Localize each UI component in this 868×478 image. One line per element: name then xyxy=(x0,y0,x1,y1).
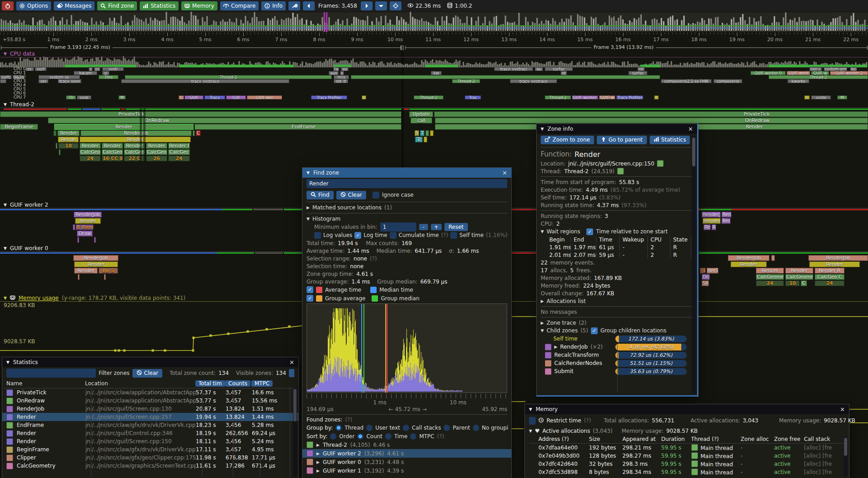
zone-info-scrollbar[interactable] xyxy=(692,136,696,393)
zone-search-input[interactable]: Render xyxy=(307,179,507,188)
found-zone-group[interactable]: ▶GUIF worker 1(3,192)4.39 s xyxy=(302,466,511,475)
filter-zones-input[interactable] xyxy=(6,369,96,378)
matched-source-locations[interactable]: ▶ Matched source locations (1) xyxy=(302,204,511,212)
memory-column-call-stack[interactable]: Call stack xyxy=(804,436,849,442)
find-button[interactable]: Find xyxy=(307,191,334,199)
memory-allocation-row[interactable]: 0x7dfc53d8988 bytes298.34 ms59.95 sMain … xyxy=(525,468,849,476)
group-by-radio-call-stacks[interactable] xyxy=(403,425,409,431)
sort-by-radio-count[interactable] xyxy=(357,433,363,440)
memory-allocation-row[interactable]: 0x7dfc42d64032 bytes298.3 ms59.95 sMain … xyxy=(525,460,849,468)
group-by-radio-parent[interactable] xyxy=(443,425,450,431)
active-allocations-toggle[interactable]: ▼ ♥ Active allocations (3,043) Memory us… xyxy=(525,427,849,435)
column-header-total-time[interactable]: Total tim xyxy=(195,380,225,387)
clipped-button[interactable] xyxy=(289,369,294,377)
group-by-radio-thread[interactable] xyxy=(335,425,342,431)
statistics-row[interactable]: BeginFramejni/../jni/src/claw/gfx/drv/vk… xyxy=(2,445,298,454)
collapse-arrow-icon[interactable]: ▼ xyxy=(529,407,532,412)
thread-swatch[interactable] xyxy=(617,168,624,175)
sort-by-radio-time[interactable] xyxy=(385,433,392,440)
memory-column-thread[interactable]: Thread (?) xyxy=(691,436,741,442)
statistics-panel-titlebar[interactable]: ▼ Statistics ✕ xyxy=(2,357,298,367)
statistics-row[interactable]: Renderjni/../jni/src/guif/Control.cpp:34… xyxy=(2,429,298,437)
histogram-section-header[interactable]: ▼ Histogram xyxy=(302,215,511,223)
child-zones-toggle[interactable]: ▼Child zones (5) ✓ Group children locati… xyxy=(537,327,697,335)
cell-loc: jni/../jni/src/claw/application/Abstract… xyxy=(85,389,196,396)
self-time-checkbox[interactable] xyxy=(450,232,457,239)
allocations-list-toggle[interactable]: ▶Allocations list xyxy=(537,297,697,305)
memory-column-size[interactable]: Size xyxy=(589,436,623,442)
restrict-time-checkbox[interactable] xyxy=(529,417,536,425)
source-swatch[interactable] xyxy=(657,160,664,167)
zone-statistics-button[interactable]: Statistics xyxy=(650,136,690,144)
memory-allocation-row[interactable]: 0x7e049b3d00128 bytes298.27 ms59.95 sMai… xyxy=(525,452,849,460)
clear-button[interactable]: Clear xyxy=(336,191,366,199)
memory-column-address[interactable]: Address (?) xyxy=(538,436,589,442)
cumulate-time-checkbox[interactable] xyxy=(390,232,396,239)
memory-column-zone-free[interactable]: Zone free xyxy=(774,436,804,442)
statistics-row[interactable]: Clipperjni/../jni/src/claw/gfx/geo/Clipp… xyxy=(2,454,298,462)
memory-panel-titlebar[interactable]: ▼ Memory ✕ xyxy=(525,404,849,414)
close-icon[interactable]: ✕ xyxy=(688,126,693,133)
memory-column-zone-alloc[interactable]: Zone alloc xyxy=(741,436,774,442)
collapse-arrow-icon[interactable]: ▼ xyxy=(541,127,544,131)
found-zone-group[interactable]: ▶GUIF worker 0(3,231)4.48 s xyxy=(302,458,511,466)
statistics-row[interactable]: RenderJobjni/../jni/src/guif/Screen.cpp:… xyxy=(2,405,298,413)
ignore-case-checkbox[interactable] xyxy=(373,192,379,199)
wait-region-row[interactable]: 2.01 ms2.07 ms59 µs-2R xyxy=(537,251,697,259)
zoom-to-zone-button[interactable]: Zoom to zone xyxy=(541,136,594,144)
find-zone-titlebar[interactable]: ▼ Find zone ✕ xyxy=(302,168,511,178)
find-zone-panel: ▼ Find zone ✕ Render Find Clear Ignore c… xyxy=(302,167,512,478)
decrease-bin-button[interactable]: - xyxy=(419,224,428,230)
relative-time-checkbox[interactable]: ✓ xyxy=(586,228,593,235)
memory-panel: ▼ Memory ✕ Restrict time (?) Total alloc… xyxy=(524,404,849,478)
found-zone-group[interactable]: ▶GUIF worker 2(3,296)4.61 s xyxy=(302,449,511,458)
reset-button[interactable]: Reset xyxy=(444,223,468,231)
memory-allocation-row[interactable]: 0x7dfaa64e00192 bytes298.21 ms59.95 sMai… xyxy=(525,444,849,452)
sort-by-radio-mtpc[interactable] xyxy=(410,433,416,440)
column-header-name[interactable]: Name xyxy=(6,380,85,387)
statistics-row[interactable]: Renderjni/../jni/src/guif/Screen.cpp:150… xyxy=(2,437,298,445)
min-values-input[interactable]: 1 xyxy=(380,222,416,232)
wait-region-row[interactable]: 1.91 ms1.97 ms61 µs-2R xyxy=(537,243,697,251)
group-marker-checkbox[interactable]: ✓ xyxy=(307,295,313,302)
column-header-counts[interactable]: Counts xyxy=(225,380,250,387)
sort-by-radio-order[interactable] xyxy=(330,433,336,440)
collapse-arrow-icon[interactable]: ▼ xyxy=(6,360,9,364)
zone-trace-toggle[interactable]: ▶Zone trace(2) xyxy=(537,319,697,327)
find-zone-histogram[interactable] xyxy=(307,303,507,393)
zone-info-titlebar[interactable]: ▼ Zone info ✕ xyxy=(537,124,697,134)
cell-counts: 3,457 xyxy=(226,389,252,396)
group-by-radio-user-text[interactable] xyxy=(366,425,373,431)
statistics-panel: ▼ Statistics ✕ Filter zones Clear Total … xyxy=(2,357,299,478)
statistics-row[interactable]: EndFramejni/../jni/src/claw/gfx/drv/vk/D… xyxy=(2,421,298,429)
wait-regions-header[interactable]: ▼Wait regions ✓ Time relative to zone st… xyxy=(537,227,697,236)
statistics-row[interactable]: PrivateTickjni/../jni/src/claw/applicati… xyxy=(2,388,298,397)
column-header-location[interactable]: Location xyxy=(85,380,195,387)
close-icon[interactable]: ✕ xyxy=(840,406,845,413)
statistics-row[interactable]: Renderjni/../jni/src/guif/Screen.cpp:257… xyxy=(2,413,298,421)
cell-mtpc: 1.51 ms xyxy=(252,406,281,412)
child-zone-row[interactable]: Self time172.14 us (3.83%) xyxy=(537,335,697,343)
memory-column-duration[interactable]: Duration xyxy=(661,436,691,442)
avg-marker-checkbox[interactable]: ✓ xyxy=(307,286,313,293)
histogram-axis xyxy=(302,394,511,399)
statistics-scrollbar[interactable] xyxy=(293,388,297,477)
close-icon[interactable]: ✕ xyxy=(502,170,507,176)
increase-bin-button[interactable]: + xyxy=(431,224,442,230)
go-to-parent-button[interactable]: Go to parent xyxy=(597,136,647,144)
collapse-arrow-icon[interactable]: ▼ xyxy=(307,170,310,175)
memory-scrollbar[interactable] xyxy=(844,437,848,477)
group-children-checkbox[interactable]: ✓ xyxy=(591,327,598,334)
clear-filter-button[interactable]: Clear xyxy=(132,369,162,378)
ignore-case-label: Ignore case xyxy=(382,192,414,198)
log-values-checkbox[interactable] xyxy=(314,232,321,239)
memory-column-appeared-at[interactable]: Appeared at xyxy=(623,436,661,442)
statistics-row[interactable]: OnRedrawjni/../jni/src/claw/application/… xyxy=(2,397,298,405)
group-by-radio-no-groupi[interactable] xyxy=(473,425,479,431)
statistics-row[interactable]: CalcGeometryjni/../jni/src/claw/graphics… xyxy=(2,462,298,470)
close-icon[interactable]: ✕ xyxy=(289,359,294,366)
log-time-checkbox[interactable]: ✓ xyxy=(354,232,361,239)
column-header-mtpc[interactable]: MTPC xyxy=(251,380,273,387)
found-zone-group[interactable]: ▶Thread-2(4,105)6.46 s xyxy=(302,440,511,449)
cell-mtpc: 671.4 µs xyxy=(252,463,281,469)
